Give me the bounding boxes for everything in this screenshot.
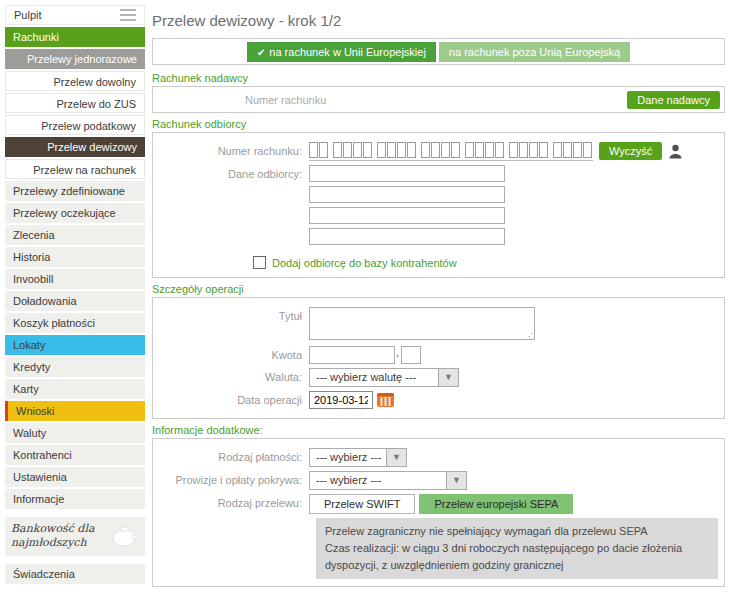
- sidebar-item-karty[interactable]: Karty: [5, 379, 145, 399]
- recipient-name-input-2[interactable]: [309, 186, 505, 203]
- tab-eu-account[interactable]: ✔na rachunek w Unii Europejskiej: [247, 42, 436, 62]
- sidebar-item-przelew-do-zus[interactable]: Przelew do ZUS: [5, 93, 145, 113]
- account-digit-box[interactable]: [363, 142, 372, 158]
- sidebar-item-label: Przelewy oczekujące: [13, 207, 116, 219]
- recipient-details-label: Dane odbiorcy:: [159, 165, 309, 180]
- account-digit-box[interactable]: [441, 142, 450, 158]
- sidebar-item-przelew-na-rachunek-wlasny[interactable]: Przelew na rachunek własny: [5, 159, 145, 179]
- account-digit-box[interactable]: [397, 142, 406, 158]
- recipient-name-input-3[interactable]: [309, 207, 505, 224]
- sidebar-item-waluty[interactable]: Waluty: [5, 423, 145, 443]
- sidebar-item-label: Zlecenia: [13, 229, 55, 241]
- sidebar-item-label: Przelewy zdefiniowane: [13, 185, 125, 197]
- account-digit-box[interactable]: [573, 142, 582, 158]
- account-digit-box[interactable]: [377, 142, 386, 158]
- account-digit-box[interactable]: [353, 142, 362, 158]
- recipient-name-input-1[interactable]: [309, 165, 505, 182]
- sidebar-item-invoobill[interactable]: Invoobill: [5, 269, 145, 289]
- hamburger-menu-icon[interactable]: [120, 6, 136, 24]
- sidebar-item-przelew-podatkowy[interactable]: Przelew podatkowy: [5, 115, 145, 135]
- account-digit-box[interactable]: [319, 142, 328, 158]
- additional-section-box: Rodzaj płatności: --- wybierz --- ▼ Prow…: [152, 438, 725, 587]
- tab-non-eu-account[interactable]: na rachunek poza Unią Europejską: [439, 42, 630, 62]
- currency-select[interactable]: --- wybierz walutę --- ▼: [309, 368, 459, 387]
- sidebar-item-bankowosc-dla-najmlodszych[interactable]: Bankowość dla najmłodszych: [5, 517, 145, 556]
- sidebar-item-przelew-dowolny[interactable]: Przelew dowolny: [5, 71, 145, 91]
- check-icon: ✔: [257, 47, 265, 58]
- account-digit-box[interactable]: [583, 142, 592, 158]
- sidebar-item-koszyk-platnosci[interactable]: Koszyk płatności: [5, 313, 145, 333]
- sepa-transfer-button[interactable]: Przelew europejski SEPA: [419, 494, 573, 514]
- sidebar-item-label: Informacje: [13, 493, 64, 505]
- add-recipient-checkbox[interactable]: [253, 256, 266, 269]
- sidebar-item-label: Przelewy jednorazowe: [27, 53, 137, 65]
- sidebar-item-doladowania[interactable]: Doładowania: [5, 291, 145, 311]
- payment-type-select[interactable]: --- wybierz --- ▼: [309, 448, 407, 467]
- sidebar-item-przelewy-zdefiniowane[interactable]: Przelewy zdefiniowane: [5, 181, 145, 201]
- recipient-account-number-input[interactable]: [309, 142, 593, 161]
- account-digit-box[interactable]: [529, 142, 538, 158]
- amount-input[interactable]: [309, 346, 395, 364]
- sender-details-button[interactable]: Dane nadawcy: [627, 91, 720, 109]
- account-digit-box[interactable]: [465, 142, 474, 158]
- chevron-down-icon[interactable]: ▼: [439, 368, 459, 387]
- account-digit-box[interactable]: [421, 142, 430, 158]
- main-content: Przelew dewizowy - krok 1/2 ✔na rachunek…: [145, 5, 735, 596]
- recipient-name-input-4[interactable]: [309, 228, 505, 245]
- sidebar-item-wnioski[interactable]: Wnioski: [5, 401, 145, 421]
- account-digit-box[interactable]: [333, 142, 342, 158]
- sidebar-item-ustawienia[interactable]: Ustawienia: [5, 467, 145, 487]
- app-window: Pulpit Rachunki Przelewy jednorazowe Prz…: [0, 0, 735, 596]
- fees-select[interactable]: --- wybierz --- ▼: [309, 471, 467, 490]
- sidebar-item-label: Przelew dowolny: [53, 76, 136, 88]
- account-digit-box[interactable]: [475, 142, 484, 158]
- recipient-details-fields: [309, 165, 505, 249]
- account-digit-box[interactable]: [407, 142, 416, 158]
- title-textarea[interactable]: [309, 307, 535, 340]
- sidebar-item-pulpit[interactable]: Pulpit: [5, 5, 145, 25]
- sidebar-item-informacje[interactable]: Informacje: [5, 489, 145, 509]
- account-digit-box[interactable]: [387, 142, 396, 158]
- sidebar-item-kredyty[interactable]: Kredyty: [5, 357, 145, 377]
- account-digit-box[interactable]: [509, 142, 518, 158]
- sender-section-title: Rachunek nadawcy: [152, 72, 725, 84]
- calendar-icon[interactable]: [376, 391, 395, 409]
- payment-type-select-value: --- wybierz ---: [309, 448, 387, 467]
- account-digit-box[interactable]: [431, 142, 440, 158]
- sidebar-item-lokaty[interactable]: Lokaty: [5, 335, 145, 355]
- sidebar-item-label: Przelew dewizowy: [47, 141, 137, 153]
- tab-label: na rachunek poza Unią Europejską: [449, 46, 620, 58]
- amount-separator: ,: [396, 346, 399, 358]
- chevron-down-icon[interactable]: ▼: [387, 448, 407, 467]
- sidebar-item-label: Bankowość dla najmłodszych: [11, 522, 97, 551]
- sidebar-item-label: Waluty: [13, 427, 46, 439]
- chevron-down-icon[interactable]: ▼: [447, 471, 467, 490]
- account-digit-box[interactable]: [563, 142, 572, 158]
- sidebar-item-label: Świadczenia: [13, 568, 75, 580]
- account-digit-box[interactable]: [343, 142, 352, 158]
- title-label: Tytuł: [159, 307, 309, 322]
- account-digit-box[interactable]: [309, 142, 318, 158]
- account-digit-box[interactable]: [553, 142, 562, 158]
- sidebar-item-przelewy-jednorazowe[interactable]: Przelewy jednorazowe: [5, 49, 145, 69]
- swift-transfer-button[interactable]: Przelew SWIFT: [309, 494, 415, 514]
- resize-grip-icon[interactable]: ⋰: [525, 334, 533, 340]
- amount-decimal-input[interactable]: [401, 346, 421, 364]
- sidebar-item-label: Karty: [13, 383, 39, 395]
- sidebar-item-przelewy-oczekujace[interactable]: Przelewy oczekujące: [5, 203, 145, 223]
- sidebar-item-kontrahenci[interactable]: Kontrahenci: [5, 445, 145, 465]
- sidebar-item-przelew-dewizowy[interactable]: Przelew dewizowy: [5, 137, 145, 157]
- sidebar-item-rachunki[interactable]: Rachunki: [5, 27, 145, 47]
- account-digit-box[interactable]: [539, 142, 548, 158]
- sidebar-item-swiadczenia[interactable]: Świadczenia: [5, 564, 145, 584]
- account-digit-box[interactable]: [451, 142, 460, 158]
- account-digit-box[interactable]: [519, 142, 528, 158]
- account-digit-box[interactable]: [485, 142, 494, 158]
- date-input[interactable]: [309, 391, 373, 409]
- sepa-info-line2: Czas realizacji: w ciągu 3 dni roboczych…: [325, 540, 709, 574]
- sidebar-item-zlecenia[interactable]: Zlecenia: [5, 225, 145, 245]
- sidebar-item-historia[interactable]: Historia: [5, 247, 145, 267]
- recipient-clear-button[interactable]: Wyczyść: [599, 142, 662, 160]
- contractor-search-icon[interactable]: [667, 143, 684, 160]
- account-digit-box[interactable]: [495, 142, 504, 158]
